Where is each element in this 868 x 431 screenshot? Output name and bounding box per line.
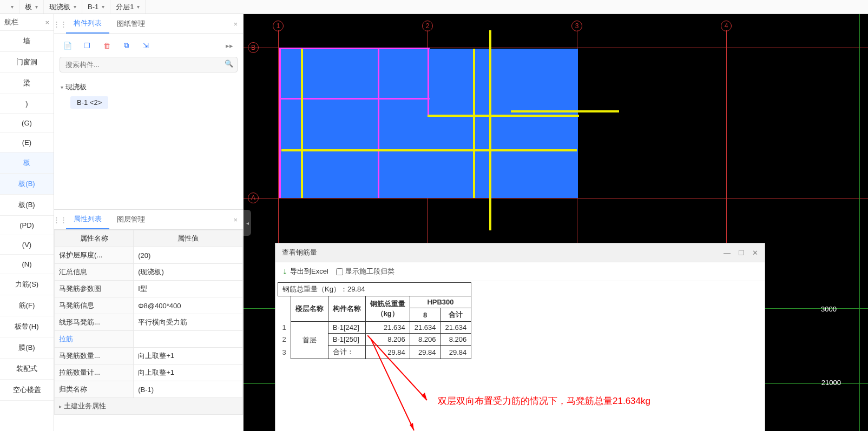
chevron-down-icon: ▾ xyxy=(35,4,38,10)
property-row[interactable]: 马凳筋信息Φ8@400*400 xyxy=(55,297,243,314)
maximize-icon[interactable]: ☐ xyxy=(738,249,745,257)
th-sum: 合计 xyxy=(440,308,471,322)
property-row[interactable]: 拉筋 xyxy=(55,331,243,348)
axis-label-1: 1 xyxy=(273,21,284,31)
th-hpb300: HPB300 xyxy=(410,296,471,308)
component-panel: ⋮⋮ 构件列表 图纸管理 × 📄 ❐ 🗑 ⧉ ⇲ ▸▸ 🔍 ▾现浇板 B-1 <… xyxy=(54,14,244,431)
nav-item[interactable]: 膜(B) xyxy=(0,337,54,359)
tab-component-list[interactable]: 构件列表 xyxy=(66,14,109,34)
tree-node-root[interactable]: ▾现浇板 xyxy=(60,80,238,94)
axis-label-a: A xyxy=(248,193,259,203)
table-row: 1 首层 B-1[242] 21.634 21.634 21.634 xyxy=(278,322,471,334)
nav-item[interactable]: (N) xyxy=(0,255,54,274)
chevron-right-icon: ▸ xyxy=(59,403,62,409)
nav-item[interactable]: 门窗洞 xyxy=(0,52,54,73)
svg-marker-3 xyxy=(410,423,414,430)
nav-item[interactable]: 板 xyxy=(0,152,54,174)
tree-item-b1[interactable]: B-1 <2> xyxy=(70,96,108,109)
prop-col-key: 属性名称 xyxy=(55,230,134,247)
close-icon[interactable]: × xyxy=(45,18,49,26)
property-row[interactable]: 马凳筋参数图Ⅰ型 xyxy=(55,281,243,297)
property-row[interactable]: 马凳筋数量...向上取整+1 xyxy=(55,348,243,364)
chevron-down-icon: ▾ xyxy=(137,4,140,10)
close-icon[interactable]: × xyxy=(228,20,243,28)
annotation-text-1: 双层双向布置受力筋的情况下，马凳筋总量21.634kg xyxy=(438,395,650,407)
copy-button[interactable]: ❐ xyxy=(79,38,95,52)
dim-label-3000: 3000 xyxy=(821,305,837,313)
nav-item[interactable]: (V) xyxy=(0,235,54,255)
export-excel-button[interactable]: ⤓导出到Excel xyxy=(282,267,328,276)
nav-title: 航栏 xyxy=(4,17,18,27)
tab-drawing-mgmt[interactable]: 图纸管理 xyxy=(109,15,153,33)
svg-line-2 xyxy=(371,339,414,430)
dialog-title: 查看钢筋量 xyxy=(282,248,317,257)
breadcrumb-bar: ▾ 板▾ 现浇板▾ B-1▾ 分层1▾ xyxy=(0,0,868,14)
nav-item[interactable]: 装配式 xyxy=(0,359,54,380)
show-section-checkbox[interactable]: 显示施工段归类 xyxy=(336,267,394,276)
annotation-arrow-2 xyxy=(371,339,419,431)
property-row[interactable]: 归类名称(B-1) xyxy=(55,381,243,398)
rebar-quantity-dialog: 查看钢筋量 — ☐ ✕ ⤓导出到Excel 显示施工段归类 钢筋总重量（Kg）：… xyxy=(275,243,765,431)
chevron-down-icon: ▾ xyxy=(102,4,104,10)
tab-layer-mgmt[interactable]: 图层管理 xyxy=(109,210,153,229)
property-row[interactable]: 保护层厚度(...(20) xyxy=(55,247,243,264)
axis-label-b: B xyxy=(248,42,259,53)
nav-item[interactable]: 梁 xyxy=(0,73,54,94)
search-icon[interactable]: 🔍 xyxy=(225,59,233,68)
breadcrumb-seg-4[interactable]: B-1▾ xyxy=(82,0,110,14)
close-icon[interactable]: ✕ xyxy=(752,249,758,257)
tab-property-list[interactable]: 属性列表 xyxy=(66,210,109,229)
minimize-icon[interactable]: — xyxy=(724,249,731,257)
chevron-down-icon: ▾ xyxy=(11,4,14,10)
axis-label-3: 3 xyxy=(571,21,582,31)
prop-col-val: 属性值 xyxy=(134,230,243,247)
dim-label-21000: 21000 xyxy=(821,379,841,387)
nav-item[interactable]: 力筋(S) xyxy=(0,274,54,295)
chevron-down-icon: ▾ xyxy=(74,4,76,10)
more-button[interactable]: ▸▸ xyxy=(221,38,238,52)
nav-item[interactable]: 板带(H) xyxy=(0,316,54,337)
chevron-down-icon: ▾ xyxy=(61,84,63,90)
axis-label-4: 4 xyxy=(721,21,732,31)
panel-collapse-handle[interactable]: ◂ xyxy=(244,210,251,236)
nav-item[interactable]: 空心楼盖 xyxy=(0,380,54,401)
breadcrumb-seg-5[interactable]: 分层1▾ xyxy=(110,0,146,14)
search-input[interactable] xyxy=(60,57,238,72)
th-total: 钢筋总重量 （kg） xyxy=(365,296,410,322)
grip-icon[interactable]: ⋮⋮ xyxy=(54,216,66,224)
new-button[interactable]: 📄 xyxy=(60,38,76,52)
property-row[interactable]: 拉筋数量计...向上取整+1 xyxy=(55,364,243,381)
property-row[interactable]: 线形马凳筋...平行横向受力筋 xyxy=(55,314,243,331)
nav-item[interactable]: 板(B) xyxy=(0,174,54,195)
breadcrumb-seg-2[interactable]: 板▾ xyxy=(19,0,44,14)
breadcrumb-seg-1[interactable]: ▾ xyxy=(2,0,19,14)
grip-icon[interactable]: ⋮⋮ xyxy=(54,20,66,28)
nav-item[interactable]: (E) xyxy=(0,133,54,152)
axis-label-2: 2 xyxy=(422,21,433,31)
svg-marker-1 xyxy=(422,393,427,400)
category-nav: 航栏 × 墙门窗洞梁)(G)(E)板板(B)板(B)(PD)(V)(N)力筋(S… xyxy=(0,14,54,431)
property-row[interactable]: 汇总信息(现浇板) xyxy=(55,264,243,281)
total-weight-label: 钢筋总重量（Kg）：29.84 xyxy=(278,283,471,296)
th-floor: 楼层名称 xyxy=(291,296,328,322)
nav-item[interactable]: ) xyxy=(0,94,54,114)
nav-item[interactable]: (PD) xyxy=(0,216,54,235)
delete-button[interactable]: 🗑 xyxy=(98,38,115,52)
nav-item[interactable]: (G) xyxy=(0,114,54,133)
prop-group-civil[interactable]: ▸土建业务属性 xyxy=(55,398,243,415)
copy2-button[interactable]: ⧉ xyxy=(118,38,134,52)
nav-item[interactable]: 筋(F) xyxy=(0,295,54,316)
nav-item[interactable]: 墙 xyxy=(0,31,54,52)
th-component: 构件名称 xyxy=(328,296,365,322)
export-icon: ⤓ xyxy=(282,268,288,276)
th-8: 8 xyxy=(410,308,440,322)
close-icon[interactable]: × xyxy=(228,216,243,224)
breadcrumb-seg-3[interactable]: 现浇板▾ xyxy=(44,0,82,14)
paste-button[interactable]: ⇲ xyxy=(137,38,154,52)
drawing-canvas[interactable]: ◂ 1 2 3 4 B A xyxy=(244,14,868,431)
nav-item[interactable]: 板(B) xyxy=(0,195,54,216)
